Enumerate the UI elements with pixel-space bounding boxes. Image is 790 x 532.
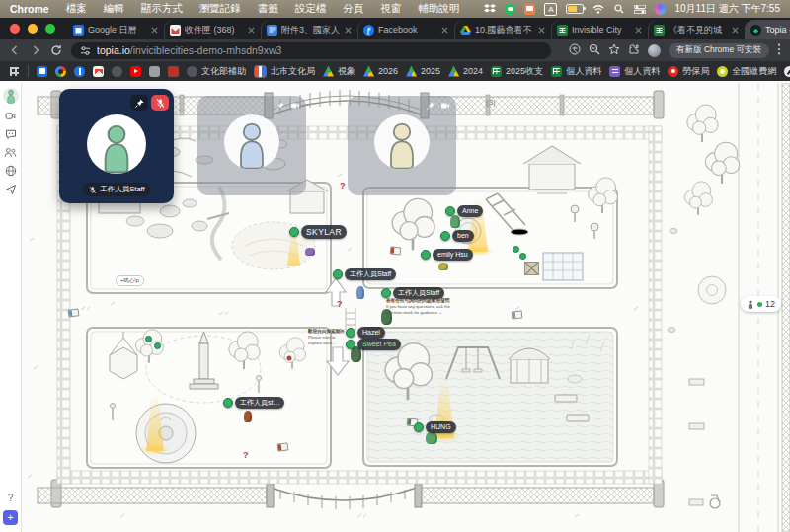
player-ben[interactable]: ben — [440, 230, 474, 242]
blue-character-sprite[interactable] — [356, 286, 364, 299]
question-mark-hotspot[interactable]: ? — [243, 450, 249, 460]
reload-button[interactable] — [50, 44, 62, 56]
line-app-icon[interactable] — [505, 4, 515, 15]
pumpkin-olive-sprite[interactable] — [438, 263, 448, 270]
my-avatar-button[interactable] — [3, 88, 19, 104]
bookmark-item[interactable]: 全國繳費網 — [717, 65, 776, 78]
player-dot[interactable] — [145, 336, 152, 342]
tab-invisible-city-sheet[interactable]: Invisible City — [551, 20, 648, 39]
crate-sprite[interactable] — [524, 262, 539, 275]
menu-help[interactable]: 輔助說明 — [418, 2, 459, 16]
close-tab-icon[interactable] — [732, 27, 739, 34]
player-dot[interactable] — [519, 253, 526, 260]
pin-icon[interactable] — [276, 101, 285, 111]
dropbox-icon[interactable] — [484, 3, 496, 15]
zoom-out-icon[interactable] — [589, 41, 600, 59]
player-skylar[interactable]: SKYLAR — [289, 225, 347, 239]
player-anne[interactable]: Anne — [445, 205, 483, 217]
tab-gmail-inbox[interactable]: 收件匣 (368) — [164, 20, 261, 39]
question-mark-hotspot[interactable]: ? — [340, 181, 346, 190]
back-button[interactable] — [9, 44, 21, 56]
share-icon[interactable] — [5, 184, 17, 195]
close-tab-icon[interactable] — [345, 27, 352, 34]
people-icon[interactable] — [4, 147, 17, 158]
camera-icon[interactable] — [440, 101, 450, 111]
bookmark-gmail-icon[interactable] — [93, 66, 104, 77]
close-tab-icon[interactable] — [441, 27, 448, 34]
add-button[interactable]: + — [3, 510, 18, 525]
battery-icon[interactable] — [566, 4, 584, 14]
presentation-app-icon[interactable] — [524, 4, 535, 15]
bookmark-youtube-icon[interactable] — [130, 66, 141, 77]
camera-icon[interactable] — [4, 111, 17, 121]
question-mark-hotspot[interactable]: ? — [337, 299, 343, 309]
menu-view[interactable]: 顯示方式 — [141, 2, 183, 16]
close-tab-icon[interactable] — [248, 27, 255, 34]
video-tile-peer[interactable] — [348, 96, 456, 195]
bookmark-item[interactable]: 2024 — [448, 66, 483, 77]
menu-file[interactable]: 檔案 — [66, 2, 87, 16]
player-hung[interactable]: HUNG — [414, 421, 456, 433]
close-tab-icon[interactable] — [151, 27, 158, 34]
menu-chrome[interactable]: Chrome — [10, 3, 49, 15]
bookmark-google-icon[interactable] — [55, 66, 66, 77]
book-item[interactable] — [277, 442, 289, 451]
zoom-window-button[interactable] — [45, 24, 55, 34]
forward-button[interactable] — [30, 44, 41, 56]
book-item[interactable] — [67, 308, 79, 317]
green-character-sprite[interactable] — [426, 432, 437, 444]
bookmark-item[interactable]: 視象 — [323, 65, 356, 78]
bookmark-red-icon[interactable] — [168, 66, 179, 77]
tab-facebook[interactable]: Facebook — [357, 20, 454, 39]
globe-icon[interactable] — [5, 165, 17, 177]
video-tile-self[interactable]: 工作人員Staff — [59, 89, 174, 203]
player-emily-hsu[interactable]: emily Hsu — [421, 249, 473, 261]
online-count-pill[interactable]: 12 — [741, 296, 781, 312]
player-staff-1[interactable]: 工作人員Staff — [333, 268, 396, 280]
player-staff-3[interactable]: 工作人員st… — [223, 397, 284, 409]
control-center-icon[interactable] — [634, 3, 646, 15]
site-settings-icon[interactable] — [80, 45, 91, 56]
more-menu-icon[interactable] — [777, 41, 781, 59]
spotlight-icon[interactable] — [613, 3, 625, 15]
tab-attachment-doc[interactable]: 附件3、國家人 — [261, 20, 357, 39]
menu-edit[interactable]: 編輯 — [104, 2, 124, 16]
bookmark-item[interactable]: 個人資料 — [551, 65, 601, 78]
mic-muted-button[interactable] — [151, 95, 169, 111]
tab-topia-active[interactable]: Topia - Invinci — [745, 20, 790, 39]
topia-world-viewport[interactable]: ? ? ? SKYLAR Anne ben — [0, 81, 790, 532]
bookmark-gray-icon[interactable] — [149, 66, 160, 77]
green-character-sprite[interactable] — [450, 215, 460, 228]
player-dot[interactable] — [513, 246, 519, 253]
pin-icon[interactable] — [426, 101, 435, 111]
bookmark-item[interactable]: 文化部補助 — [187, 65, 246, 78]
tab-google-calendar[interactable]: Google 日曆 — [67, 20, 164, 39]
bookmark-item[interactable]: 2026 — [363, 66, 398, 77]
menu-bar-clock[interactable]: 10月11日 週六 下午7:55 — [674, 2, 780, 16]
translate-icon[interactable] — [569, 41, 581, 59]
book-item[interactable] — [390, 246, 402, 255]
tab-drive-file[interactable]: 10.國藝會看不 — [454, 20, 551, 39]
menu-tab[interactable]: 分頁 — [343, 2, 363, 16]
menu-bookmarks[interactable]: 書籤 — [258, 2, 278, 16]
chrome-update-button[interactable]: 有新版 Chrome 可安裝 — [669, 43, 769, 58]
bookmark-item[interactable]: 北市文化局 — [254, 65, 315, 78]
close-tab-icon[interactable] — [538, 27, 545, 34]
bookmark-dark-icon[interactable] — [112, 66, 122, 77]
profile-avatar[interactable] — [648, 44, 661, 57]
input-method-icon[interactable]: A — [544, 3, 557, 16]
help-button[interactable]: ? — [8, 493, 14, 503]
chat-icon[interactable] — [5, 128, 17, 140]
bookmark-item[interactable]: 2025收支 — [491, 65, 543, 78]
red-character-sprite[interactable] — [244, 411, 252, 422]
address-bar[interactable]: topia.io/inviciblecities-demo-mhsdn9xw3 — [71, 42, 551, 59]
tab-invisible-cities-book-sheet[interactable]: 《看不見的城 — [648, 20, 745, 39]
menu-history[interactable]: 瀏覽記錄 — [199, 2, 241, 16]
video-tile-peer[interactable] — [198, 96, 306, 195]
close-window-button[interactable] — [10, 24, 20, 34]
close-tab-icon[interactable] — [635, 27, 642, 34]
apps-grid-icon[interactable] — [9, 66, 20, 77]
player-staff-2[interactable]: 工作人員Staff — [381, 287, 444, 299]
bookmark-item[interactable]: 個人資料 — [609, 65, 660, 78]
camera-icon[interactable] — [290, 101, 300, 111]
